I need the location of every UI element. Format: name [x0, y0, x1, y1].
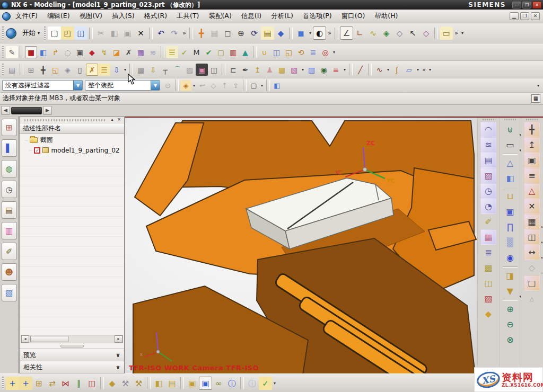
- deselect-arrow-button[interactable]: ◇: [419, 26, 433, 40]
- scrollbar-track[interactable]: [29, 335, 115, 343]
- undo-button[interactable]: ↶: [154, 26, 168, 40]
- pipe-route-button[interactable]: ⊏: [227, 64, 239, 76]
- tab-assembly-navigator[interactable]: ⊞: [2, 119, 17, 136]
- shell-layers-button[interactable]: ◈: [62, 64, 74, 76]
- close-button[interactable]: ✕: [532, 2, 541, 8]
- fit-view-button[interactable]: ╋: [195, 26, 208, 40]
- bend-tool-button[interactable]: ↱: [49, 46, 62, 58]
- menu-analysis[interactable]: 分析(L): [266, 10, 298, 22]
- marquee-select-button[interactable]: ▢: [248, 80, 259, 91]
- rectangle-tool-button[interactable]: ▭▾: [502, 137, 518, 153]
- csys-xyz-button[interactable]: ╋: [37, 64, 49, 76]
- image-tool-button[interactable]: ▧: [288, 64, 300, 76]
- table-grid-button[interactable]: ▦: [135, 64, 147, 76]
- overflow-button[interactable]: »: [453, 30, 460, 37]
- film-view-button[interactable]: ▣: [196, 64, 208, 76]
- caret[interactable]: ▾: [272, 381, 277, 386]
- clamp-button[interactable]: ┬: [159, 64, 171, 76]
- open-box-button[interactable]: ⊔: [502, 189, 518, 204]
- tree-part-row[interactable]: ┈ ✓ model1_9_parting_02: [20, 145, 124, 155]
- offset-region-button[interactable]: ▣: [524, 153, 540, 168]
- tab-web-browser[interactable]: ◍: [2, 160, 17, 177]
- green-cap-button[interactable]: ⌒: [171, 64, 183, 76]
- toolbar-grip[interactable]: [2, 46, 4, 58]
- snapshot-button[interactable]: ▤: [261, 26, 274, 40]
- caret[interactable]: ▾: [415, 67, 421, 72]
- cut-button[interactable]: ✂: [94, 26, 108, 40]
- twin-cylinders-button[interactable]: ∏: [502, 219, 518, 235]
- menu-window[interactable]: 窗口(O): [337, 10, 370, 22]
- framed-cube-button[interactable]: ▣: [199, 377, 212, 390]
- doc-list-button[interactable]: ≡: [330, 64, 342, 76]
- section-preview[interactable]: 预览 ∨: [20, 349, 124, 361]
- model-3d[interactable]: ZC XC YC x: [125, 118, 477, 373]
- scrollbar-thumb[interactable]: [30, 336, 68, 342]
- component-pair-button[interactable]: ◧: [152, 377, 165, 390]
- menu-help[interactable]: 帮助(H): [370, 10, 402, 22]
- chevron-down-icon[interactable]: ▾: [541, 235, 542, 250]
- frustum-button[interactable]: △: [502, 155, 518, 171]
- ink-pen-button[interactable]: ✒: [239, 64, 251, 76]
- hole-block-button[interactable]: ◉: [502, 250, 518, 265]
- broken-link-info-button[interactable]: ⓘ: [246, 377, 259, 390]
- panel-close-button[interactable]: ✕: [116, 117, 122, 123]
- caret[interactable]: ▾: [300, 67, 305, 72]
- menu-assemblies[interactable]: 装配(A): [204, 10, 236, 22]
- chisel-tool-button[interactable]: ✐: [480, 214, 496, 229]
- pillar-pair-button[interactable]: ◫: [270, 46, 283, 58]
- pull-face-button[interactable]: ↥: [524, 137, 540, 153]
- mold-cavity-button[interactable]: ■: [25, 46, 37, 58]
- datum-csys-button[interactable]: ◈: [380, 26, 393, 40]
- menu-format[interactable]: 格式(R): [139, 10, 172, 22]
- tab-history[interactable]: ◷: [2, 181, 17, 198]
- snap-point-button[interactable]: ⊙: [162, 80, 173, 91]
- refresh-display-button[interactable]: ▦: [208, 26, 221, 40]
- fold-sheet-button[interactable]: ◆: [480, 306, 496, 322]
- sketch-button[interactable]: ✎: [6, 46, 18, 58]
- gray-pyramid-button[interactable]: ▵: [524, 291, 540, 306]
- caret[interactable]: ▾: [259, 83, 265, 88]
- chevron-down-icon[interactable]: ▾: [541, 266, 542, 281]
- chevron-down-icon[interactable]: ▾: [519, 289, 521, 304]
- overflow-button[interactable]: »: [326, 30, 333, 37]
- mate-constraint-button[interactable]: ⋈: [59, 377, 72, 390]
- chevron-down-icon[interactable]: ▼: [151, 81, 160, 90]
- ribbed-surface-button[interactable]: ≋: [480, 137, 496, 153]
- spreadsheet-button[interactable]: ▥: [305, 64, 318, 76]
- nav-slider[interactable]: [11, 107, 42, 114]
- book-pages-button[interactable]: ≣: [480, 245, 496, 260]
- remove-parameters-button[interactable]: ↔▾: [524, 245, 540, 260]
- intersect-button[interactable]: ⊗: [502, 332, 518, 348]
- toolbar-grip[interactable]: [2, 26, 4, 40]
- pocket-tool-button[interactable]: ∪: [258, 46, 270, 58]
- remember-constraints-button[interactable]: ◫: [85, 377, 99, 390]
- stamp-tool-button[interactable]: ▲: [239, 46, 251, 58]
- delete-button[interactable]: ✕: [134, 26, 147, 40]
- trim-sheet-button[interactable]: ◪: [110, 46, 122, 58]
- render-style-button[interactable]: ◐: [313, 26, 326, 40]
- scroll-left-button[interactable]: ◂: [21, 335, 29, 343]
- splitter-handle[interactable]: [60, 345, 84, 348]
- boxed-doc-button[interactable]: ▣: [74, 46, 86, 58]
- ghost-cube-button[interactable]: ◇: [208, 80, 219, 91]
- mdi-minimize-button[interactable]: ▁: [510, 12, 519, 20]
- caret[interactable]: ▾: [191, 83, 197, 88]
- wrench-plus-button[interactable]: ⚒: [132, 377, 145, 390]
- panel-grip[interactable]: ▴ ✕: [20, 117, 124, 123]
- step-stack-button[interactable]: ▤: [165, 377, 179, 390]
- menu-view[interactable]: 视图(V): [75, 10, 107, 22]
- zoom-button[interactable]: ⊕: [234, 26, 248, 40]
- select-feature-button[interactable]: ▢: [524, 275, 540, 291]
- swept-surface-button[interactable]: ◠: [480, 122, 496, 137]
- caret[interactable]: ▾: [386, 67, 391, 72]
- toolbar-grip[interactable]: [2, 377, 4, 389]
- red-gem-button[interactable]: ◆: [86, 46, 98, 58]
- toolbar-grip[interactable]: [44, 26, 46, 40]
- delete-face-button[interactable]: ✕: [524, 199, 540, 214]
- new-component-button[interactable]: +: [19, 377, 32, 390]
- chevron-down-icon[interactable]: ▾: [519, 143, 521, 158]
- component-navigator-button[interactable]: ⊞: [32, 377, 46, 390]
- pattern-layout-button[interactable]: ⊞: [25, 64, 37, 76]
- wrench-tool-button[interactable]: ⚒: [119, 377, 132, 390]
- bracket-button[interactable]: ▯: [74, 64, 86, 76]
